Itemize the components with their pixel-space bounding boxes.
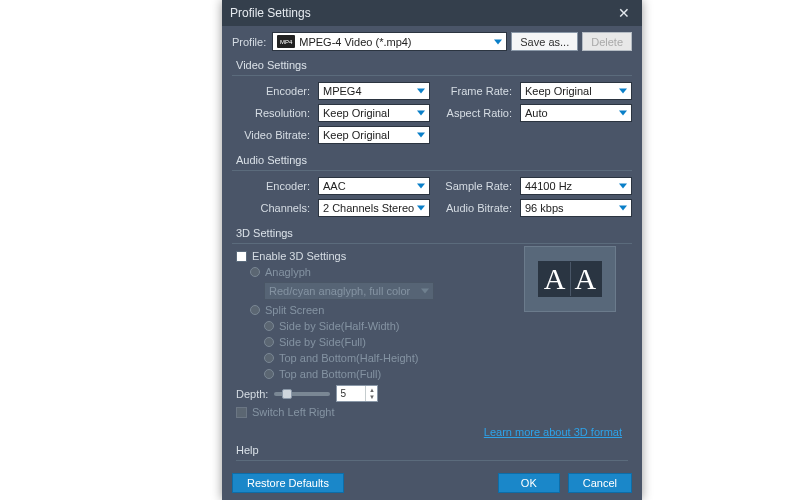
chevron-down-icon [421, 289, 429, 294]
profile-select[interactable]: MP4 MPEG-4 Video (*.mp4) [272, 32, 507, 51]
anaglyph-radio [250, 267, 260, 277]
resolution-label: Resolution: [236, 107, 310, 119]
sample-rate-select[interactable]: 44100 Hz [520, 177, 632, 195]
depth-slider[interactable] [274, 392, 330, 396]
cancel-button[interactable]: Cancel [568, 473, 632, 493]
profile-value: MPEG-4 Video (*.mp4) [299, 36, 411, 48]
tab-full-radio [264, 369, 274, 379]
chevron-down-icon [619, 89, 627, 94]
tab-full-row: Top and Bottom(Full) [264, 368, 628, 380]
audio-grid: Encoder: AAC Sample Rate: 44100 Hz Chann… [236, 177, 628, 217]
audio-encoder-label: Encoder: [236, 180, 310, 192]
video-grid: Encoder: MPEG4 Frame Rate: Keep Original… [236, 82, 628, 144]
divider [232, 75, 632, 76]
dialog-footer: Restore Defaults OK Cancel [222, 466, 642, 500]
anaglyph-label: Anaglyph [265, 266, 311, 278]
frame-rate-label: Frame Rate: [438, 85, 512, 97]
chevron-down-icon [619, 206, 627, 211]
enable-3d-label: Enable 3D Settings [252, 250, 346, 262]
close-icon[interactable]: ✕ [614, 3, 634, 23]
link-row: Learn more about 3D format [232, 422, 632, 438]
profile-settings-dialog: Profile Settings ✕ Profile: MP4 MPEG-4 V… [222, 0, 642, 500]
video-bitrate-label: Video Bitrate: [236, 129, 310, 141]
audio-encoder-select[interactable]: AAC [318, 177, 430, 195]
save-as-button[interactable]: Save as... [511, 32, 578, 51]
chevron-down-icon [619, 111, 627, 116]
depth-spinner[interactable]: 5 ▲▼ [336, 385, 378, 402]
switch-lr-checkbox [236, 407, 247, 418]
profile-row: Profile: MP4 MPEG-4 Video (*.mp4) Save a… [232, 32, 632, 51]
video-bitrate-select[interactable]: Keep Original [318, 126, 430, 144]
video-encoder-label: Encoder: [236, 85, 310, 97]
split-screen-label: Split Screen [265, 304, 324, 316]
help-box: Help Select the output format from the "… [236, 444, 628, 466]
tab-half-row: Top and Bottom(Half-Height) [264, 352, 628, 364]
slider-thumb[interactable] [282, 389, 292, 399]
dialog-title: Profile Settings [230, 6, 311, 20]
chevron-down-icon [417, 111, 425, 116]
3d-settings-heading: 3D Settings [236, 227, 632, 239]
tab-half-radio [264, 353, 274, 363]
sbs-full-row: Side by Side(Full) [264, 336, 628, 348]
aspect-ratio-label: Aspect Ratio: [438, 107, 512, 119]
depth-row: Depth: 5 ▲▼ [236, 385, 628, 402]
learn-3d-link[interactable]: Learn more about 3D format [484, 426, 622, 438]
resolution-select[interactable]: Keep Original [318, 104, 430, 122]
mp4-icon: MP4 [277, 35, 295, 48]
video-encoder-select[interactable]: MPEG4 [318, 82, 430, 100]
switch-lr-row: Switch Left Right [236, 406, 628, 418]
divider [236, 460, 628, 461]
sbs-full-radio [264, 337, 274, 347]
anaglyph-mode-select: Red/cyan anaglyph, full color [264, 282, 434, 300]
titlebar: Profile Settings ✕ [222, 0, 642, 26]
channels-label: Channels: [236, 202, 310, 214]
ok-button[interactable]: OK [498, 473, 560, 493]
chevron-down-icon [417, 184, 425, 189]
audio-bitrate-label: Audio Bitrate: [438, 202, 512, 214]
audio-settings-heading: Audio Settings [236, 154, 632, 166]
sample-rate-label: Sample Rate: [438, 180, 512, 192]
divider [232, 243, 632, 244]
depth-label: Depth: [236, 388, 268, 400]
video-settings-heading: Video Settings [236, 59, 632, 71]
enable-3d-checkbox[interactable] [236, 251, 247, 262]
audio-bitrate-select[interactable]: 96 kbps [520, 199, 632, 217]
chevron-down-icon [417, 133, 425, 138]
delete-button: Delete [582, 32, 632, 51]
profile-label: Profile: [232, 36, 266, 48]
divider [232, 170, 632, 171]
dialog-body: Profile: MP4 MPEG-4 Video (*.mp4) Save a… [222, 26, 642, 466]
chevron-down-icon [619, 184, 627, 189]
sbs-half-radio [264, 321, 274, 331]
channels-select[interactable]: 2 Channels Stereo [318, 199, 430, 217]
3d-preview: AA [524, 246, 616, 312]
split-screen-radio [250, 305, 260, 315]
chevron-down-icon [417, 89, 425, 94]
spinner-buttons[interactable]: ▲▼ [365, 386, 377, 401]
chevron-down-icon [417, 206, 425, 211]
help-heading: Help [236, 444, 628, 456]
frame-rate-select[interactable]: Keep Original [520, 82, 632, 100]
chevron-down-icon [494, 39, 502, 44]
restore-defaults-button[interactable]: Restore Defaults [232, 473, 344, 493]
aspect-ratio-select[interactable]: Auto [520, 104, 632, 122]
preview-aa-icon: AA [538, 261, 602, 297]
sbs-half-row: Side by Side(Half-Width) [264, 320, 628, 332]
